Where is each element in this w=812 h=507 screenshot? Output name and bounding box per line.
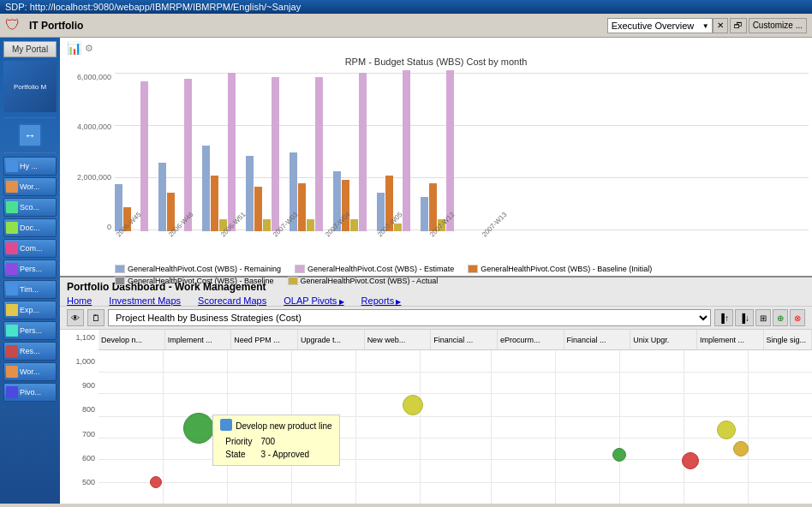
main-layout: My Portal Portfolio M ↔ Hy ... Wor... Sc… bbox=[0, 38, 812, 504]
action-btn-5[interactable]: ⊗ bbox=[790, 309, 805, 326]
chart-title: RPM - Budget Status (WBS) Cost by month bbox=[63, 57, 809, 67]
sidebar-item-pivo-label: Pivo... bbox=[20, 388, 41, 397]
action-btn-1[interactable]: ▐↑ bbox=[714, 309, 733, 326]
bubble-5[interactable] bbox=[612, 448, 626, 462]
view-select[interactable]: Project Health by Business Strategies (C… bbox=[108, 309, 711, 326]
sidebar-item-hy[interactable]: Hy ... bbox=[3, 157, 57, 176]
sidebar-item-wor1-label: Wor... bbox=[20, 182, 39, 191]
eye-icon-btn[interactable]: 👁 bbox=[67, 309, 84, 326]
portfolio-nav-icon[interactable]: ↔ bbox=[18, 123, 42, 147]
scatter-y-700: 700 bbox=[82, 430, 95, 438]
bar-estimate-3 bbox=[228, 73, 236, 231]
legend-label-actual: GeneralHealthPivot.Cost (WBS) - Actual bbox=[301, 277, 439, 285]
sidebar-item-doc[interactable]: Doc... bbox=[3, 218, 57, 237]
sidebar-item-pers1[interactable]: Pers... bbox=[3, 259, 57, 278]
scatter-y-500: 500 bbox=[82, 478, 95, 486]
bubble-4[interactable] bbox=[733, 441, 749, 456]
sidebar-item-sco[interactable]: Sco... bbox=[3, 198, 57, 217]
y-label-2m: 2,000,000 bbox=[77, 173, 111, 182]
sidebar-item-hy-label: Hy ... bbox=[20, 162, 38, 170]
legend-color-actual bbox=[288, 277, 298, 285]
bubble-7[interactable] bbox=[150, 476, 162, 488]
sidebar-item-pers1-label: Pers... bbox=[20, 265, 42, 273]
portfolio-image[interactable]: Portfolio M bbox=[3, 61, 57, 112]
pers-icon bbox=[6, 263, 18, 275]
y-label-4m: 4,000,000 bbox=[77, 122, 111, 131]
scatter-y-900: 900 bbox=[82, 381, 95, 390]
col-header-3: Need PPM ... bbox=[231, 330, 298, 349]
legend-color-remaining bbox=[115, 265, 125, 273]
dashboard-nav: Home Investment Maps Scorecard Maps OLAP… bbox=[67, 295, 805, 306]
bar-remaining-4 bbox=[246, 156, 254, 231]
sidebar-item-com[interactable]: Com... bbox=[3, 239, 57, 258]
col-header-6: Financial ... bbox=[431, 330, 498, 349]
portfolio-title: IT Portfolio bbox=[21, 20, 607, 32]
bar-actual-4 bbox=[263, 219, 271, 231]
sidebar-item-wor2[interactable]: Wor... bbox=[3, 362, 57, 381]
action-btn-2[interactable]: ▐↓ bbox=[735, 309, 754, 326]
bubble-3[interactable] bbox=[682, 452, 699, 469]
sidebar-item-tim[interactable]: Tim... bbox=[3, 280, 57, 299]
time-icon bbox=[6, 283, 18, 295]
col-header-4: Upgrade t... bbox=[298, 330, 365, 349]
scatter-y-axis: 1,100 1,000 900 800 700 600 500 bbox=[60, 330, 99, 504]
legend-actual: GeneralHealthPivot.Cost (WBS) - Actual bbox=[288, 277, 439, 285]
table-icon-btn[interactable]: 🗒 bbox=[87, 309, 104, 326]
customize-button[interactable]: Customize ... bbox=[749, 18, 807, 33]
score-icon bbox=[6, 201, 18, 213]
bubble-1[interactable] bbox=[183, 413, 214, 444]
v-grid-2 bbox=[227, 350, 228, 504]
bar-actual-5 bbox=[307, 219, 314, 231]
bar-group-8 bbox=[421, 70, 454, 231]
close-button[interactable]: ✕ bbox=[713, 18, 728, 33]
nav-reports[interactable]: Reports bbox=[361, 295, 402, 306]
bar-baseline-init-4 bbox=[254, 187, 262, 231]
top-buttons: ✕ 🗗 Customize ... bbox=[713, 18, 807, 33]
restore-button[interactable]: 🗗 bbox=[730, 18, 747, 33]
col-header-9: Unix Upgr. bbox=[630, 330, 697, 349]
v-grid-7 bbox=[555, 350, 556, 504]
scatter-y-1100: 1,100 bbox=[75, 333, 95, 342]
sidebar-item-res-label: Res... bbox=[20, 347, 40, 355]
bubble-2[interactable] bbox=[403, 395, 423, 415]
sidebar-item-sco-label: Sco... bbox=[20, 203, 39, 212]
sidebar-item-exp-label: Exp... bbox=[20, 306, 39, 314]
y-label-6m: 6,000,000 bbox=[77, 73, 111, 81]
col-header-8: Financial ... bbox=[564, 330, 631, 349]
col-headers: Develop n... Implement ... Need PPM ... … bbox=[99, 330, 812, 350]
sidebar-item-res[interactable]: Res... bbox=[3, 342, 57, 361]
sidebar-item-pivo[interactable]: Pivo... bbox=[3, 383, 57, 402]
legend-color-baseline-init bbox=[468, 265, 478, 273]
nav-olap-pivots[interactable]: OLAP Pivots bbox=[284, 295, 343, 306]
my-portal-button[interactable]: My Portal bbox=[3, 41, 57, 57]
chart-settings-icon[interactable]: ⚙ bbox=[85, 43, 93, 54]
dashboard-section: Portfolio Dashboard - Work Management Ho… bbox=[60, 277, 812, 504]
v-grid-8 bbox=[619, 350, 620, 504]
legend-label-remaining: GeneralHealthPivot.Cost (WBS) - Remainin… bbox=[128, 265, 281, 273]
v-grid-6 bbox=[491, 350, 492, 504]
executive-overview-dropdown[interactable]: Executive Overview bbox=[607, 18, 713, 33]
sidebar: My Portal Portfolio M ↔ Hy ... Wor... Sc… bbox=[0, 38, 60, 504]
scatter-area: 1,100 1,000 900 800 700 600 500 Develop … bbox=[60, 330, 812, 504]
sidebar-item-pers2[interactable]: Pers... bbox=[3, 321, 57, 340]
view-toolbar: 👁 🗒 Project Health by Business Strategie… bbox=[60, 307, 812, 330]
sidebar-item-exp[interactable]: Exp... bbox=[3, 301, 57, 319]
top-area: 🛡 IT Portfolio Executive Overview ✕ 🗗 Cu… bbox=[0, 14, 812, 38]
sidebar-item-wor1[interactable]: Wor... bbox=[3, 177, 57, 196]
action-btn-3[interactable]: ⊞ bbox=[755, 309, 771, 326]
window-title: SDP: http://localhost:9080/webapp/IBMRPM… bbox=[5, 2, 807, 12]
legend-baseline-init: GeneralHealthPivot.Cost (WBS) - Baseline… bbox=[468, 265, 652, 273]
col-header-7: eProcurm... bbox=[498, 330, 564, 349]
nav-scorecard-maps[interactable]: Scorecard Maps bbox=[198, 295, 266, 306]
chart-icon: 📊 bbox=[67, 41, 81, 55]
action-btn-4[interactable]: ⊕ bbox=[773, 309, 788, 326]
bar-remaining-1 bbox=[115, 184, 122, 231]
v-grid-10 bbox=[748, 350, 749, 504]
bubble-6[interactable] bbox=[717, 421, 736, 439]
nav-investment-maps[interactable]: Investment Maps bbox=[109, 295, 181, 306]
scatter-y-600: 600 bbox=[82, 454, 95, 462]
house-icon bbox=[6, 160, 18, 172]
action-buttons: ▐↑ ▐↓ ⊞ ⊕ ⊗ bbox=[714, 309, 805, 326]
nav-home[interactable]: Home bbox=[67, 295, 92, 306]
pers2-icon bbox=[6, 325, 18, 337]
